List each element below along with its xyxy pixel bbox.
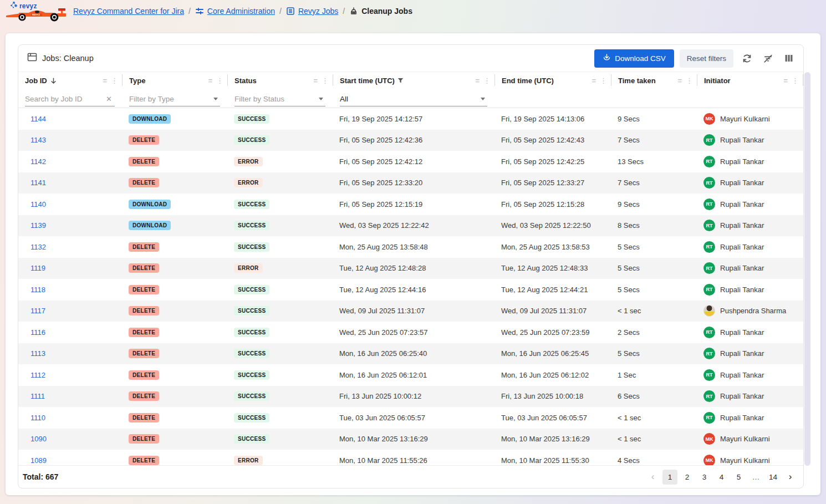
breadcrumb-label[interactable]: Revyz Jobs [298, 7, 338, 16]
initiator-cell: RTRupali Tankar [697, 241, 803, 253]
job-id-link[interactable]: 1113 [30, 349, 45, 358]
revyz-logo: revyz REVYZ [4, 1, 67, 22]
previous-page-button[interactable]: ‹ [645, 470, 660, 485]
column-header-time-taken[interactable]: Time taken=⋮ [611, 72, 697, 89]
type-badge: DELETE [129, 391, 159, 401]
column-header-end-time-utc[interactable]: End time (UTC)=⋮ [495, 72, 611, 89]
chevron-down-icon[interactable] [319, 98, 323, 100]
chevron-down-icon[interactable] [481, 98, 485, 100]
page-button-3[interactable]: 3 [697, 470, 712, 485]
job-id-search-input[interactable]: Search by Job ID✕ [18, 89, 123, 106]
breadcrumb-item-revyz-jobs[interactable]: Revyz Jobs [286, 7, 338, 16]
page-button-14[interactable]: 14 [766, 470, 781, 485]
job-id-link[interactable]: 1119 [30, 264, 45, 272]
status-badge: ERROR [234, 263, 263, 273]
breadcrumb-item-revyz-command-center-for-jira[interactable]: Revyz Command Center for Jira [73, 7, 184, 16]
column-menu-icon[interactable]: ⋮ [215, 77, 225, 85]
refresh-icon[interactable] [739, 50, 754, 66]
time-taken-cell: < 1 sec [611, 435, 697, 443]
job-id-link[interactable]: 1140 [30, 200, 46, 208]
job-id-link[interactable]: 1089 [30, 456, 47, 465]
page-button-1[interactable]: 1 [662, 470, 677, 485]
start-time-cell: Mon, 10 Mar 2025 13:16:29 [333, 435, 495, 443]
job-id-link[interactable]: 1117 [30, 307, 45, 315]
vertical-scrollbar[interactable] [804, 72, 810, 466]
job-id-link[interactable]: 1139 [30, 221, 46, 230]
column-header-status[interactable]: Status=⋮ [228, 72, 333, 89]
initiator-cell: MKMayuri Kulkarni [697, 433, 803, 445]
active-filter-icon[interactable] [397, 78, 404, 84]
sort-desc-icon[interactable] [50, 77, 57, 84]
job-id-link[interactable]: 1116 [30, 328, 45, 337]
job-id-link[interactable]: 1090 [30, 435, 47, 443]
status-filter-select[interactable]: Filter by Status [228, 89, 333, 106]
job-id-link[interactable]: 1132 [30, 243, 46, 251]
job-id-link[interactable]: 1143 [30, 136, 46, 144]
column-header-initiator[interactable]: Initiator=⋮ [697, 72, 803, 89]
page-button-5[interactable]: 5 [731, 470, 746, 485]
breadcrumb-item-core-administration[interactable]: Core Administration [195, 7, 275, 16]
avatar: RT [703, 327, 715, 338]
job-id-link[interactable]: 1118 [30, 286, 45, 294]
status-badge: SUCCESS [234, 242, 269, 252]
time-taken-cell: < 1 sec [611, 307, 697, 315]
column-menu-icon[interactable]: ⋮ [320, 77, 330, 85]
initiator-name: Rupali Tankar [720, 264, 764, 272]
job-id-link[interactable]: 1142 [30, 157, 46, 166]
job-id-search-placeholder: Search by Job ID [25, 95, 83, 103]
column-resize-handle[interactable]: = [592, 77, 596, 85]
start-time-cell: Mon, 10 Mar 2025 11:55:26 [333, 456, 495, 465]
start-time-cell: Wed, 25 Jun 2025 07:23:57 [333, 328, 495, 337]
start-time-filter-select[interactable]: All [333, 89, 495, 106]
column-resize-handle[interactable]: = [103, 77, 107, 85]
end-time-cell: Wed, 25 Jun 2025 07:23:59 [495, 328, 611, 337]
end-time-cell: Fri, 05 Sep 2025 12:42:43 [495, 136, 611, 144]
status-badge: SUCCESS [234, 285, 269, 294]
column-menu-icon[interactable]: ⋮ [685, 77, 694, 85]
time-taken-cell: 5 Secs [611, 349, 697, 358]
column-resize-handle[interactable]: = [208, 77, 212, 85]
column-menu-icon[interactable]: ⋮ [110, 77, 119, 85]
status-badge: SUCCESS [234, 306, 269, 315]
job-id-link[interactable]: 1112 [30, 371, 45, 379]
clear-search-icon[interactable]: ✕ [104, 95, 114, 103]
column-header-job-id[interactable]: Job ID=⋮ [18, 72, 123, 89]
start-time-cell: Tue, 03 Jun 2025 06:05:57 [333, 414, 495, 422]
download-csv-button[interactable]: Download CSV [594, 49, 674, 68]
column-menu-icon[interactable]: ⋮ [791, 77, 800, 85]
column-header-start-time-utc[interactable]: Start time (UTC)=⋮ [333, 72, 495, 89]
columns-icon[interactable] [781, 50, 797, 66]
initiator-name: Mayuri Kulkarni [720, 115, 770, 123]
avatar: RT [703, 220, 715, 231]
breadcrumb-label[interactable]: Revyz Command Center for Jira [73, 7, 184, 16]
end-time-cell: Mon, 16 Jun 2025 06:12:02 [495, 371, 611, 379]
initiator-cell: RTRupali Tankar [697, 134, 803, 146]
job-id-link[interactable]: 1144 [30, 115, 46, 123]
reset-filters-button[interactable]: Reset filters [680, 49, 733, 68]
job-id-link[interactable]: 1141 [30, 179, 46, 187]
column-resize-handle[interactable]: = [313, 77, 318, 85]
end-time-cell: Tue, 03 Jun 2025 06:05:57 [495, 414, 611, 422]
column-menu-icon[interactable]: ⋮ [482, 77, 492, 85]
column-menu-icon[interactable]: ⋮ [599, 77, 608, 85]
chevron-down-icon[interactable] [213, 98, 218, 100]
job-id-link[interactable]: 1110 [30, 414, 45, 422]
page-button-4[interactable]: 4 [714, 470, 729, 485]
column-label: Job ID [25, 77, 47, 85]
job-id-link[interactable]: 1111 [30, 392, 45, 400]
column-header-type[interactable]: Type=⋮ [123, 72, 228, 89]
next-page-button[interactable]: › [783, 470, 798, 485]
time-taken-cell: 8 Secs [611, 221, 697, 230]
table-row: 1090DELETESUCCESSMon, 10 Mar 2025 13:16:… [18, 429, 803, 450]
status-badge: SUCCESS [234, 434, 269, 444]
column-resize-handle[interactable]: = [783, 77, 788, 85]
start-time-cell: Mon, 25 Aug 2025 13:58:48 [333, 243, 495, 251]
column-resize-handle[interactable]: = [677, 77, 682, 85]
time-taken-cell: 9 Secs [611, 115, 697, 123]
page-button-2[interactable]: 2 [680, 470, 695, 485]
clear-filters-icon[interactable] [760, 50, 776, 66]
breadcrumb-label[interactable]: Core Administration [207, 7, 275, 16]
type-filter-select[interactable]: Filter by Type [123, 89, 228, 106]
column-resize-handle[interactable]: = [475, 77, 480, 85]
status-badge: ERROR [234, 157, 263, 166]
